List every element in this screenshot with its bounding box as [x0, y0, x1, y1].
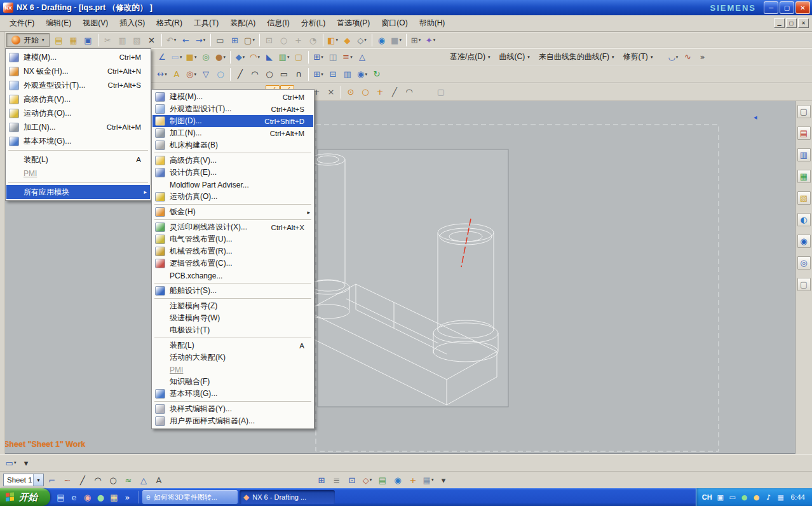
boss-icon[interactable]: ●▾ [213, 50, 227, 64]
note-icon[interactable]: A [170, 67, 184, 81]
mdi-close-button[interactable]: ✕ [798, 18, 809, 28]
layer-icon[interactable]: ▤ [376, 473, 389, 487]
cut-icon[interactable]: ✂ [101, 33, 115, 47]
intersection-snap-icon[interactable]: × [324, 85, 338, 99]
menu-item-ship-design[interactable]: 船舶设计(S)... [152, 285, 313, 297]
align-icon[interactable]: ≡ [330, 473, 344, 487]
menu-item-pcb-xchange[interactable]: PCB.xchange... [152, 270, 313, 282]
hd3d-tools-icon[interactable]: ◐ [797, 213, 811, 226]
undo-icon[interactable]: ↶▾ [165, 33, 179, 47]
rectangle-icon[interactable]: ▭ [277, 67, 291, 81]
task-nx[interactable]: ◆NX 6 - Drafting ... [240, 490, 335, 504]
forward-icon[interactable]: →▾ [194, 33, 208, 47]
ghost-cube-icon[interactable]: ▢ [434, 85, 448, 99]
menu-item-pmi[interactable]: PMI [152, 364, 313, 376]
minimize-button[interactable]: ─ [764, 1, 778, 14]
menu-bar-item[interactable]: 文件(F) [4, 15, 40, 31]
studio-spline-icon[interactable]: ≈ [121, 473, 135, 487]
menu-item-block-styler[interactable]: 块样式编辑器(Y)... [152, 403, 313, 415]
menu-bar-item[interactable]: 首选项(P) [331, 15, 376, 31]
history-icon[interactable]: ◎ [797, 256, 811, 270]
offset-icon[interactable]: ≡▾ [341, 50, 355, 64]
hole-icon[interactable]: ◎ [199, 50, 213, 64]
chamfer-icon[interactable]: ◣ [262, 50, 276, 64]
messenger-icon[interactable]: ● [95, 491, 107, 503]
arc-tool-icon[interactable]: ◠ [91, 473, 105, 487]
start-menu-button[interactable]: 开始 ▾ [6, 33, 50, 47]
menu-item-gateway[interactable]: 基本环境(G)... [6, 134, 150, 148]
network-icon[interactable]: ▦ [776, 491, 786, 503]
sheet-selector[interactable]: Sheet 1 ▾ [3, 474, 44, 486]
volume-icon[interactable]: ♪ [764, 491, 774, 503]
constraint-navigator-icon[interactable]: ▥ [797, 148, 811, 161]
maximize-view-icon[interactable]: ▢ [797, 105, 811, 118]
menu-bar-item[interactable]: 信息(I) [261, 15, 295, 31]
menu-item-machine-tool-builder[interactable]: 机床构建器(B) [152, 139, 313, 151]
selection-filter-icon[interactable]: ✦▾ [424, 33, 438, 47]
window-tile-icon[interactable]: ⊞▾ [409, 33, 423, 47]
menu-item-advanced-simulation[interactable]: 高级仿真(V)... [6, 92, 150, 106]
delete-icon[interactable]: ✕ [145, 33, 159, 47]
menu-item-all-applications[interactable]: 所有应用模块▸ [6, 185, 150, 199]
menu-bar-item[interactable]: 分析(L) [295, 15, 332, 31]
menu-item-shape-studio[interactable]: 外观造型设计(T)...Ctrl+Alt+S [152, 103, 313, 115]
quick-launch-overflow-icon[interactable]: » [121, 491, 133, 503]
menu-item-nx-sheet-metal[interactable]: NX 钣金(H)...Ctrl+Alt+N [6, 64, 150, 78]
spline-icon[interactable]: ~ [60, 473, 74, 487]
new-sheet-icon[interactable]: ⊞ [228, 33, 242, 47]
grid-icon[interactable]: ⊞ [315, 473, 328, 487]
instance-icon[interactable]: ⊞▾ [311, 50, 325, 64]
quadrant-snap-icon[interactable]: ○ [358, 85, 372, 99]
trim-group-button[interactable]: 修剪(T)▾ [619, 50, 658, 64]
web-browser-icon[interactable]: ◉ [797, 235, 811, 248]
update-views-icon[interactable]: ↻ [370, 67, 384, 81]
toolbar-overflow-icon[interactable]: » [695, 50, 709, 64]
sketch-curve-icon[interactable]: ⌐ [45, 473, 59, 487]
curves-from-curves-group-button[interactable]: 来自曲线集的曲线(F)▾ [534, 50, 619, 64]
line-tool-icon[interactable]: ╱ [76, 473, 90, 487]
datum-feature-icon[interactable]: ▽ [199, 67, 213, 81]
ie-icon[interactable]: e [68, 491, 80, 503]
scale-icon[interactable]: △ [355, 50, 369, 64]
folder-icon[interactable]: ▦ [108, 491, 120, 503]
menu-item-drafting[interactable]: 制图(D)...Ctrl+Shift+D [152, 115, 313, 127]
update-icon[interactable]: ● [752, 491, 762, 503]
paste-icon[interactable]: ▧ [130, 33, 144, 47]
unite-icon[interactable]: ◆▾ [233, 50, 247, 64]
menu-item-logical-routing[interactable]: 逻辑管线布置(C)... [152, 257, 313, 270]
menu-bar-item[interactable]: 装配(A) [224, 15, 261, 31]
rotate-icon[interactable]: ◔ [306, 33, 320, 47]
menu-item-mold-wizard[interactable]: 注塑模向导(Z) [152, 300, 313, 312]
hidden-cube-icon[interactable]: ■▾ [389, 33, 403, 47]
menu-item-motion-simulation[interactable]: 运动仿真(O)... [6, 106, 150, 120]
orient-view-icon[interactable]: ◇▾ [360, 473, 374, 487]
line-icon[interactable]: ╱ [233, 67, 247, 81]
balloon-icon[interactable]: ○ [213, 67, 227, 81]
mdi-minimize-button[interactable]: ▁ [774, 18, 785, 28]
bottom-overflow-icon[interactable]: ▾ [436, 473, 450, 487]
menu-item-mechanical-routing[interactable]: 机械管线布置(R)... [152, 245, 313, 257]
zoom-icon[interactable]: ○ [277, 33, 291, 47]
menu-item-flexible-pcb-design[interactable]: 灵活印刷线路设计(X)...Ctrl+Alt+X [152, 221, 313, 233]
menu-item-manufacturing[interactable]: 加工(N)...Ctrl+Alt+M [152, 127, 313, 139]
extrude-icon[interactable]: ■▾ [184, 50, 198, 64]
snap-grid-icon[interactable]: ⊡ [345, 473, 359, 487]
menu-item-motion-simulation[interactable]: 运动仿真(O)... [152, 191, 313, 203]
render-style-icon[interactable]: ◧▾ [326, 33, 340, 47]
wireframe-icon[interactable]: ◇▾ [355, 33, 369, 47]
section-view-icon[interactable]: ▥ [341, 67, 355, 81]
menu-bar-item[interactable]: 视图(V) [77, 15, 114, 31]
pan-icon[interactable]: + [292, 33, 306, 47]
object-display-icon[interactable]: ▦▾ [421, 473, 435, 487]
menu-item-manufacturing[interactable]: 加工(N)...Ctrl+Alt+M [6, 120, 150, 134]
sweep-icon[interactable]: ∿ [680, 50, 694, 64]
menu-bar-item[interactable]: 帮助(H) [414, 15, 451, 31]
menu-bar-item[interactable]: 编辑(E) [40, 15, 77, 31]
menu-item-assemblies[interactable]: 装配(L)A [152, 339, 313, 352]
datum-point-group-button[interactable]: 基准/点(D)▾ [445, 50, 495, 64]
wcs-icon[interactable]: + [406, 473, 420, 487]
visibility-icon[interactable]: ◉ [391, 473, 405, 487]
fillet-icon[interactable]: ∩ [292, 67, 306, 81]
globe-icon[interactable]: ◉ [375, 33, 389, 47]
menu-item-assemblies[interactable]: 装配(L)A [6, 153, 150, 167]
